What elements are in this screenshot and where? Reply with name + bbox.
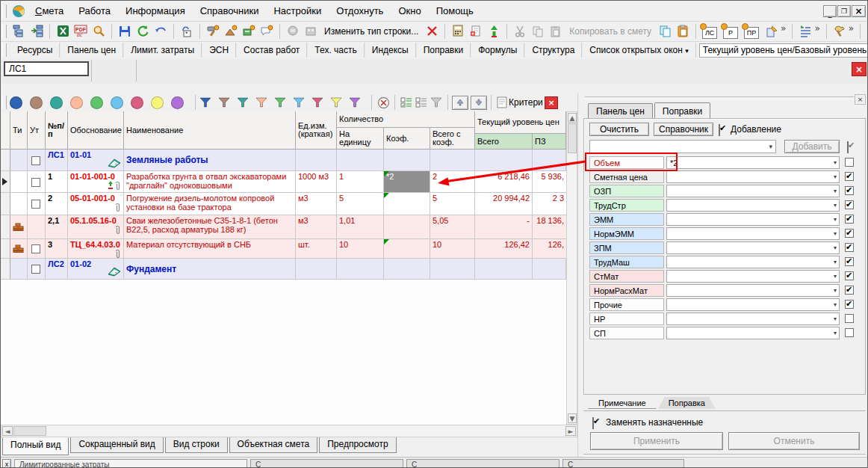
toolbar-grip[interactable]	[2, 25, 7, 38]
splitter-band[interactable]	[1, 84, 868, 94]
clear-filter-icon[interactable]	[376, 93, 391, 111]
empty-cell[interactable]	[533, 259, 566, 280]
close-strip-button[interactable]: x	[2, 459, 11, 468]
menu-item-Отдохнуть[interactable]: Отдохнуть	[329, 2, 391, 19]
paste-clipboard-icon[interactable]	[674, 22, 692, 40]
coef-cell[interactable]	[384, 215, 430, 239]
overflow-chevron[interactable]: »	[781, 23, 786, 34]
chevron-down-icon[interactable]: ▾	[831, 216, 839, 223]
column-header-per-unit[interactable]: На единицу	[337, 128, 384, 150]
pz-cell[interactable]: 18 136,	[533, 215, 566, 239]
mark-circle-8[interactable]	[151, 96, 164, 109]
filter-funnel-4[interactable]	[255, 97, 267, 108]
name-cell[interactable]: Сваи железобетонные С35-1-8-1 (бетон В22…	[124, 215, 296, 239]
total-cell[interactable]: 126,42	[475, 239, 533, 259]
panel-tab-ЭСН[interactable]: ЭСН	[202, 43, 236, 58]
type-cell[interactable]	[10, 239, 28, 259]
chevron-down-icon[interactable]: ▾	[831, 330, 839, 336]
param-field-ЗПМ[interactable]: ▾	[666, 241, 840, 254]
row-checkbox[interactable]	[31, 200, 40, 209]
total-coef-cell[interactable]: 5,05	[430, 215, 475, 239]
pz-cell[interactable]: 2 3	[533, 193, 566, 215]
mark-circle-6[interactable]	[111, 96, 123, 109]
param-field-ТрудМаш[interactable]: ▾	[666, 256, 840, 268]
bottom-strip-tab-2[interactable]: С	[406, 459, 559, 468]
param-checkbox-ЭММ[interactable]	[845, 215, 854, 224]
type-cell[interactable]	[10, 193, 28, 215]
filter-funnel-5[interactable]	[274, 97, 286, 108]
param-checkbox-НормРасхМат[interactable]	[845, 286, 854, 295]
coef-cell[interactable]	[384, 193, 430, 215]
grid-vertical-scrollbar[interactable]: ▲ ▼	[566, 111, 577, 425]
chevron-down-icon[interactable]: ▾	[831, 173, 839, 180]
name-cell[interactable]: Разработка грунта в отвал экскаваторами …	[124, 171, 296, 193]
filter-funnel-9[interactable]	[349, 97, 361, 108]
add-sheet-icon[interactable]	[467, 22, 485, 40]
criteria-button[interactable]: Критери	[509, 97, 543, 108]
chevron-down-icon[interactable]: ▾	[831, 188, 839, 194]
row-indicator-cell[interactable]	[1, 239, 10, 259]
approve-cell[interactable]	[28, 215, 46, 239]
panel-tab-Лимит. затраты[interactable]: Лимит. затраты	[123, 43, 202, 58]
menu-item-Информация[interactable]: Информация	[118, 2, 193, 19]
close-button[interactable]: ×	[852, 5, 866, 17]
chevron-down-icon[interactable]: ▾	[831, 202, 839, 209]
hammer-gear-icon[interactable]	[204, 22, 222, 40]
bottom-strip-tab-3[interactable]: С	[562, 459, 684, 468]
adding-checkbox[interactable]	[719, 124, 720, 136]
param-checkbox-ЗПМ[interactable]	[845, 243, 854, 252]
panel-tab-Поправки[interactable]: Поправки	[416, 43, 471, 58]
row-indicator-cell[interactable]	[1, 259, 10, 280]
pz-cell[interactable]: 126,	[533, 239, 566, 259]
param-field-СтМат[interactable]: ▾	[666, 270, 840, 283]
unit-cell[interactable]: шт.	[296, 239, 337, 259]
sort-updown-icon[interactable]	[485, 22, 503, 40]
mark-circle-5[interactable]	[90, 96, 103, 109]
panel-bottom-tab-Примечание[interactable]: Примечание	[588, 397, 657, 409]
menu-item-Смета[interactable]: Смета	[28, 2, 71, 19]
open-windows-dropdown[interactable]: Список открытых окон ▾	[582, 43, 695, 58]
grid-horizontal-scrollbar[interactable]: ◄ ►	[1, 425, 577, 437]
column-header-unit[interactable]: Ед.изм. (краткая)	[296, 111, 337, 150]
mark-circle-1[interactable]	[10, 96, 22, 109]
refresh-icon[interactable]	[134, 22, 152, 40]
replace-assigned-checkbox[interactable]	[592, 417, 594, 429]
chevron-down-icon[interactable]: ▾	[831, 259, 839, 265]
param-field-Сметная цена[interactable]: ▾	[666, 170, 840, 183]
column-header-gutter[interactable]	[1, 111, 10, 150]
panel-bottom-tab-Поправка[interactable]: Поправка	[658, 397, 716, 409]
mark-circle-2[interactable]	[30, 96, 43, 109]
materials-gear-icon[interactable]	[222, 22, 240, 40]
chevron-down-icon[interactable]: ▾	[831, 244, 839, 251]
unlock-row-icon[interactable]: *	[178, 22, 196, 40]
param-checkbox-СтМат[interactable]	[845, 271, 854, 280]
menu-item-Работа[interactable]: Работа	[71, 2, 118, 19]
panel-tab-Тех. часть[interactable]: Тех. часть	[307, 43, 364, 58]
param-field-Объем[interactable]: *2▾	[666, 156, 840, 169]
estimate-type-button-Р[interactable]: Р	[723, 27, 738, 39]
toolbar-grip[interactable]	[2, 96, 7, 109]
view-tab-Предпросмотр[interactable]: Предпросмотр	[319, 437, 396, 453]
param-checkbox-НР[interactable]	[845, 314, 854, 323]
reference-button[interactable]: Справочник	[654, 123, 713, 136]
row-indicator-cell[interactable]	[1, 171, 10, 193]
chevron-down-icon[interactable]: ▾	[766, 143, 775, 150]
empty-cell[interactable]	[296, 259, 337, 280]
param-checkbox-Сметная цена[interactable]	[845, 172, 854, 181]
column-group-current-price[interactable]: Текущий уровень цен	[475, 111, 566, 134]
code-cell[interactable]: 01-01	[68, 150, 124, 171]
row-checkbox[interactable]	[31, 178, 40, 187]
close-panel-button[interactable]: ×	[855, 94, 866, 105]
panel-tab-Структура[interactable]: Структура	[524, 43, 582, 58]
view-tab-Объектная смета[interactable]: Объектная смета	[229, 437, 318, 453]
close-filterbar-button[interactable]: ×	[545, 96, 558, 109]
name-cell[interactable]: Земляные работы	[124, 150, 296, 171]
filter-funnel-2[interactable]	[218, 97, 230, 108]
approve-cell[interactable]	[28, 239, 46, 259]
row-number-cell[interactable]: 1	[46, 171, 68, 193]
column-group-quantity[interactable]: Количество	[337, 111, 475, 128]
panel-tab-Формулы[interactable]: Формулы	[471, 43, 524, 58]
scroll-up-button[interactable]: ▲	[568, 113, 577, 123]
name-cell[interactable]: Фундамент	[124, 259, 296, 280]
menu-item-Помощь[interactable]: Помощь	[429, 2, 481, 19]
